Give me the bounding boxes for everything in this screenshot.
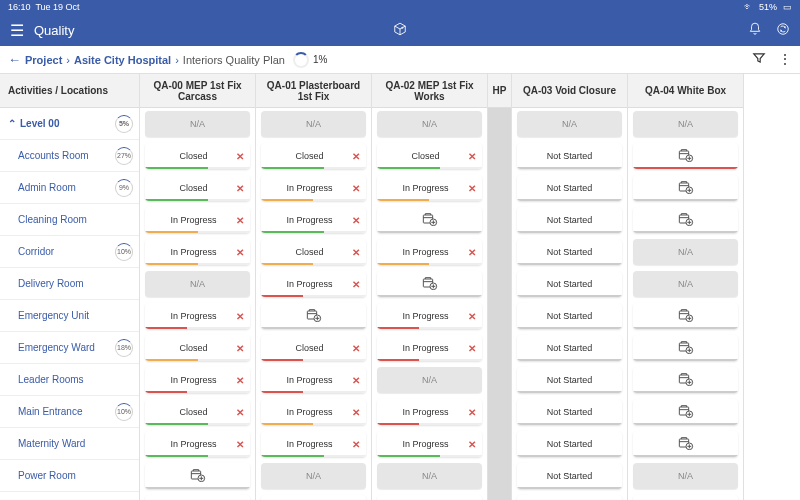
menu-icon[interactable]: ☰ [10,21,24,40]
status-cell[interactable]: In Progress✕ [145,239,250,265]
status-cell[interactable]: In Progress✕ [377,431,482,457]
add-cell[interactable] [633,495,738,500]
location-row[interactable]: Emergency Ward18% [0,332,139,364]
location-row[interactable]: Maternity Ward [0,428,139,460]
add-cell[interactable] [377,207,482,233]
status-cell-notstarted[interactable]: Not Started [517,431,622,457]
add-cell[interactable] [633,303,738,329]
add-cell[interactable] [633,335,738,361]
location-row[interactable]: Admin Room9% [0,172,139,204]
clear-icon[interactable]: ✕ [352,183,360,194]
status-cell-notstarted[interactable]: Not Started [517,367,622,393]
more-icon[interactable]: ⋮ [778,51,792,68]
clear-icon[interactable]: ✕ [352,151,360,162]
status-cell-notstarted[interactable]: Not Started [517,175,622,201]
status-cell[interactable]: Closed✕ [261,143,366,169]
location-row[interactable]: Cleaning Room [0,204,139,236]
clear-icon[interactable]: ✕ [352,439,360,450]
status-cell[interactable]: In Progress✕ [261,399,366,425]
status-cell[interactable]: In Progress✕ [145,303,250,329]
status-cell[interactable]: In Progress✕ [377,303,482,329]
add-cell[interactable] [377,271,482,297]
clear-icon[interactable]: ✕ [352,215,360,226]
location-row[interactable]: Emergency Unit [0,300,139,332]
location-row[interactable]: Corridor10% [0,236,139,268]
status-cell[interactable]: In Progress✕ [145,431,250,457]
status-cell-notstarted[interactable]: Not Started [517,271,622,297]
add-cell[interactable] [633,207,738,233]
status-cell[interactable]: In Progress✕ [377,399,482,425]
status-cell[interactable]: Closed✕ [261,239,366,265]
sync-icon[interactable] [776,22,790,39]
clear-icon[interactable]: ✕ [236,375,244,386]
status-cell-notstarted[interactable]: Not Started [517,303,622,329]
filter-icon[interactable] [752,51,766,68]
status-cell-notstarted[interactable]: Not Started [517,207,622,233]
status-cell-notstarted[interactable]: Not Started [517,143,622,169]
clear-icon[interactable]: ✕ [236,311,244,322]
status-cell-notstarted[interactable]: Not Started [517,335,622,361]
add-cell[interactable] [145,463,250,489]
status-cell[interactable]: In Progress✕ [261,431,366,457]
location-row[interactable]: Stock Room [0,492,139,500]
location-row[interactable]: Accounts Room27% [0,140,139,172]
clear-icon[interactable]: ✕ [352,247,360,258]
status-cell[interactable]: Closed✕ [145,175,250,201]
add-cell[interactable] [633,431,738,457]
clear-icon[interactable]: ✕ [468,183,476,194]
clear-icon[interactable]: ✕ [236,439,244,450]
clear-icon[interactable]: ✕ [352,407,360,418]
status-cell[interactable]: In Progress✕ [261,495,366,500]
status-cell[interactable]: Closed✕ [145,143,250,169]
status-cell[interactable]: Closed✕ [145,335,250,361]
status-cell-notstarted[interactable]: Not Started [517,399,622,425]
cube-icon[interactable] [393,22,407,39]
status-cell[interactable]: Closed✕ [261,335,366,361]
status-cell[interactable]: Closed✕ [145,399,250,425]
status-cell[interactable]: In Progress✕ [261,271,366,297]
status-cell[interactable]: In Progress✕ [377,335,482,361]
add-cell[interactable] [633,399,738,425]
clear-icon[interactable]: ✕ [468,311,476,322]
clear-icon[interactable]: ✕ [236,247,244,258]
clear-icon[interactable]: ✕ [468,343,476,354]
clear-icon[interactable]: ✕ [468,407,476,418]
add-cell[interactable] [633,143,738,169]
status-cell-notstarted[interactable]: Not Started [517,463,622,489]
add-cell[interactable] [633,367,738,393]
status-cell[interactable]: In Progress✕ [261,175,366,201]
clear-icon[interactable]: ✕ [236,215,244,226]
status-cell[interactable]: In Progress✕ [145,367,250,393]
clear-icon[interactable]: ✕ [236,151,244,162]
location-row[interactable]: Delivery Room [0,268,139,300]
clear-icon[interactable]: ✕ [468,151,476,162]
clear-icon[interactable]: ✕ [352,375,360,386]
status-cell[interactable]: In Progress✕ [377,239,482,265]
add-cell[interactable] [633,175,738,201]
clear-icon[interactable]: ✕ [468,439,476,450]
status-cell[interactable]: In Progress✕ [145,495,250,500]
status-cell[interactable]: In Progress✕ [261,207,366,233]
clear-icon[interactable]: ✕ [468,247,476,258]
status-cell[interactable]: Closed✕ [377,143,482,169]
clear-icon[interactable]: ✕ [236,343,244,354]
crumb-hospital[interactable]: Asite City Hospital [74,54,171,66]
location-row[interactable]: Power Room [0,460,139,492]
clear-icon[interactable]: ✕ [352,279,360,290]
status-cell[interactable]: In Progress✕ [261,367,366,393]
add-cell[interactable] [377,495,482,500]
back-icon[interactable]: ← [8,52,21,67]
location-row[interactable]: Main Entrance10% [0,396,139,428]
add-cell[interactable] [261,303,366,329]
clear-icon[interactable]: ✕ [236,407,244,418]
status-cell[interactable]: In Progress✕ [377,175,482,201]
status-cell[interactable]: In Progress✕ [145,207,250,233]
crumb-project[interactable]: Project [25,54,62,66]
clear-icon[interactable]: ✕ [236,183,244,194]
status-cell-notstarted[interactable]: Not Started [517,495,622,500]
location-level0[interactable]: ⌃Level 005% [0,108,139,140]
status-cell-notstarted[interactable]: Not Started [517,239,622,265]
location-row[interactable]: Leader Rooms [0,364,139,396]
clear-icon[interactable]: ✕ [352,343,360,354]
bell-icon[interactable] [748,22,762,39]
